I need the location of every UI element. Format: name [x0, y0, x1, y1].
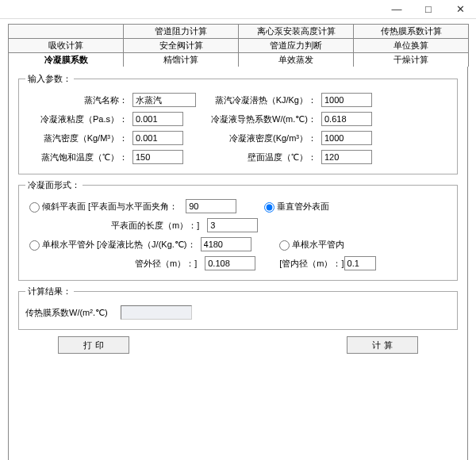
- wall-temp-input[interactable]: [321, 150, 372, 164]
- horiz-outer-label: 单根水平管外 [冷凝液比热（J/(Kg.℃)：: [42, 239, 196, 251]
- tab-pipe-stress[interactable]: 管道应力判断: [238, 38, 354, 52]
- length-label: 平表面的长度（m）：]: [111, 220, 199, 232]
- print-button[interactable]: 打 印: [58, 336, 129, 354]
- tab-absorption[interactable]: 吸收计算: [8, 38, 124, 52]
- id-input[interactable]: [344, 256, 376, 270]
- close-button[interactable]: ✕: [444, 0, 476, 19]
- vapor-density-input[interactable]: [132, 131, 183, 145]
- input-legend: 输入参数：: [25, 73, 74, 85]
- tab-safety-valve[interactable]: 安全阀计算: [123, 38, 239, 52]
- latent-label: 蒸汽冷凝潜热（KJ/Kg）：: [210, 94, 321, 106]
- conductivity-label: 冷凝液导热系数W/(m.℃)：: [210, 113, 321, 125]
- tab-row-1: 管道阻力计算 离心泵安装高度计算 传热膜系数计算: [8, 24, 468, 38]
- radio-horiz-outer[interactable]: [29, 240, 40, 251]
- form-legend: 冷凝面形式：: [25, 179, 83, 191]
- result-output: [121, 305, 192, 320]
- wall-temp-label: 壁面温度（℃）：: [210, 151, 321, 163]
- vapor-density-label: 蒸汽密度（Kg/M³）：: [25, 132, 132, 144]
- steam-name-input[interactable]: [132, 93, 196, 107]
- radio-inclined[interactable]: [29, 202, 40, 213]
- result-group: 计算结果： 传热膜系数W/(m².℃): [18, 286, 458, 330]
- calc-button[interactable]: 计 算: [347, 336, 418, 354]
- tab-row-3: 冷凝膜系数 精馏计算 单效蒸发 干燥计算: [8, 52, 468, 67]
- input-group: 输入参数： 蒸汽名称： 蒸汽冷凝潜热（KJ/Kg）： 冷凝液粘度（Pa.s）： …: [18, 73, 458, 174]
- radio-horiz-inner[interactable]: [279, 240, 290, 251]
- latent-input[interactable]: [321, 93, 372, 107]
- id-label: [管内径（m）：]: [279, 258, 344, 270]
- conductivity-input[interactable]: [321, 112, 372, 126]
- inclined-label: 倾斜平表面 [平表面与水平面夹角：: [42, 201, 178, 213]
- vertical-outer-label: 垂直管外表面: [277, 201, 329, 213]
- viscosity-input[interactable]: [132, 112, 183, 126]
- tab-evaporation[interactable]: 单效蒸发: [238, 52, 354, 67]
- maximize-button[interactable]: □: [413, 0, 444, 19]
- tab-drying[interactable]: 干燥计算: [353, 52, 469, 67]
- result-legend: 计算结果：: [25, 286, 74, 297]
- steam-name-label: 蒸汽名称：: [25, 94, 132, 106]
- main-panel: 输入参数： 蒸汽名称： 蒸汽冷凝潜热（KJ/Kg）： 冷凝液粘度（Pa.s）： …: [8, 66, 468, 460]
- titlebar: — □ ✕: [0, 0, 476, 19]
- minimize-button[interactable]: —: [381, 0, 413, 19]
- sat-temp-label: 蒸汽饱和温度（℃）：: [25, 151, 132, 163]
- tab-pipe-resistance[interactable]: 管道阻力计算: [123, 24, 239, 38]
- radio-vertical-outer[interactable]: [264, 202, 274, 213]
- od-label: 管外径（m）：]: [135, 258, 197, 270]
- tab-empty[interactable]: [8, 24, 124, 38]
- length-input[interactable]: [207, 218, 258, 232]
- sat-temp-input[interactable]: [132, 150, 183, 164]
- tab-row-2: 吸收计算 安全阀计算 管道应力判断 单位换算: [8, 38, 468, 52]
- viscosity-label: 冷凝液粘度（Pa.s）：: [25, 113, 132, 125]
- od-input[interactable]: [205, 256, 255, 270]
- horiz-inner-label: 单根水平管内: [292, 239, 344, 251]
- result-label: 传热膜系数W/(m².℃): [25, 307, 121, 319]
- liquid-density-input[interactable]: [321, 131, 372, 145]
- liquid-density-label: 冷凝液密度(Kg/m³）：: [210, 132, 321, 144]
- tab-unit-convert[interactable]: 单位换算: [353, 38, 469, 52]
- form-group: 冷凝面形式： 倾斜平表面 [平表面与水平面夹角： 垂直管外表面 平表面的长度（m…: [18, 179, 458, 281]
- tab-film-coef[interactable]: 传热膜系数计算: [353, 24, 469, 38]
- cp-input[interactable]: [201, 237, 251, 251]
- tab-distillation[interactable]: 精馏计算: [123, 52, 239, 67]
- tab-condensation[interactable]: 冷凝膜系数: [8, 52, 124, 67]
- angle-input[interactable]: [186, 199, 236, 213]
- tab-pump-height[interactable]: 离心泵安装高度计算: [238, 24, 354, 38]
